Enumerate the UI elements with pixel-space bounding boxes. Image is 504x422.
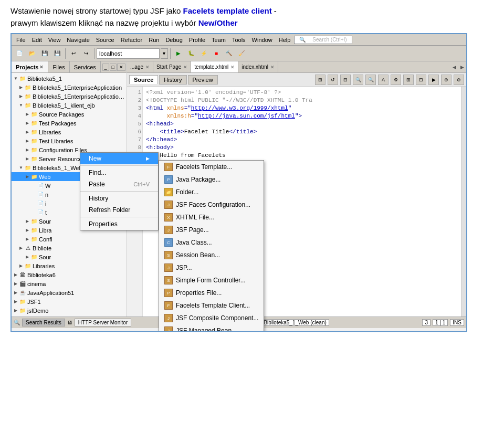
submenu-facelets-template[interactable]: F Facelets Template... [159,161,264,173]
tree-item-sour2[interactable]: ▶ 📁 Sour [12,252,127,261]
tree-item-biblioteka5-1[interactable]: ▼ 📁 Biblioteka5_1 [12,74,127,83]
tree-item-cinema[interactable]: ▶ 🎬 cinema [12,279,127,288]
editor-tab-age[interactable]: ...age ✕ [127,61,153,72]
menu-navigate[interactable]: Navigate [64,36,92,44]
statusbar-http-monitor[interactable]: HTTP Server Monitor [75,319,131,326]
panel-close-btn[interactable]: ✕ [117,64,125,71]
tree-item-biblioteka6[interactable]: ▶ 🏛 Biblioteka6 [12,270,127,279]
editor-tab-index[interactable]: index.xhtml ✕ [238,61,278,72]
submenu-jsf-faces-config[interactable]: J JSF Faces Configuration... [159,198,264,211]
toolbar-save-all-btn[interactable]: 💾 [51,48,63,59]
context-menu-history[interactable]: History [80,193,158,204]
menu-team[interactable]: Team [209,36,228,44]
submenu-simple-form-controller[interactable]: S Simple Form Controller... [159,274,264,287]
tree-item-test-pkgs[interactable]: ▶ 📁 Test Packages [12,119,127,128]
toolbar-address-arrow[interactable]: ▼ [161,48,168,59]
tree-item-bibliote[interactable]: ▶ ⚠ Bibliote [12,244,127,252]
submenu-session-bean[interactable]: S Session Bean... [159,249,264,261]
toolbar-clean-btn[interactable]: 🧹 [236,48,247,59]
editor-icon-btn6[interactable]: A [378,75,388,85]
submenu-jsf-composite[interactable]: J JSF Composite Component... [159,312,264,324]
tree-item-source-pkgs[interactable]: ▶ 📁 Source Packages [12,110,127,119]
toolbar-open-btn[interactable]: 📂 [26,48,38,59]
tree-item-libs2[interactable]: ▶ 📁 Libraries [12,261,127,270]
toolbar-undo-btn[interactable]: ↩ [68,48,79,59]
panel-minimize-btn[interactable]: _ [102,64,109,71]
editor-scrollbar[interactable] [461,87,466,316]
tree-item-jsfdemo1[interactable]: ▶ 📁 jsfDemo [12,306,127,315]
editor-icon-btn5[interactable]: 🔍 [365,75,376,85]
context-menu-paste[interactable]: Paste Ctrl+V [80,178,158,190]
editor-icon-btn1[interactable]: ⊞ [315,75,326,85]
toolbar-build-btn[interactable]: 🔨 [223,48,235,59]
toolbar-redo-btn[interactable]: ↪ [80,48,92,59]
submenu-jsf-managed-bean[interactable]: J JSF Managed Bean... [159,324,264,332]
menu-refactor[interactable]: Refactor [118,36,145,44]
submenu-properties-file[interactable]: P Properties File... [159,287,264,299]
menu-tools[interactable]: Tools [229,36,248,44]
submenu-xhtml-file[interactable]: X XHTML File... [159,211,264,224]
panel-tab-projects[interactable]: Projects ✕ [12,61,48,72]
editor-icon-btn2[interactable]: ↺ [328,75,338,85]
close-icon[interactable]: ✕ [183,65,187,70]
submenu-jsp[interactable]: J JSP... [159,261,264,274]
toolbar-address[interactable]: localhost [97,48,160,59]
search-box[interactable]: 🔍 Search (Ctrl+I) [294,36,352,44]
menu-debug[interactable]: Debug [163,36,185,44]
context-menu-refresh[interactable]: Refresh Folder [80,204,158,216]
submenu-java-package[interactable]: P Java Package... [159,173,264,186]
tree-item-klient-ejb[interactable]: ▼ 📁 Biblioteka5_1_klient_ejb [12,101,127,110]
toolbar-new-btn[interactable]: 📄 [14,48,25,59]
editor-tab-startpage[interactable]: Start Page ✕ [153,61,191,72]
tree-item-confi[interactable]: ▶ 📁 Confi [12,235,127,244]
editor-icon-btn3[interactable]: ⊟ [340,75,351,85]
close-icon[interactable]: ✕ [145,65,150,70]
submenu-folder[interactable]: 📁 Folder... [159,186,264,198]
tree-item-jsfdemo2[interactable]: ▶ 📁 jsfDemo [12,315,127,316]
toolbar-run-btn[interactable]: ▶ [173,48,184,59]
panel-maximize-btn[interactable]: □ [110,64,117,71]
statusbar-search-results[interactable]: Search Results [22,319,65,326]
menu-run[interactable]: Run [146,36,162,44]
submenu-jsf-page[interactable]: J JSF Page... [159,224,264,236]
toolbar-stop-btn[interactable]: ■ [211,48,222,59]
close-icon[interactable]: ✕ [270,65,275,70]
editor-icon-btn10[interactable]: ▶ [428,75,439,85]
menu-file[interactable]: File [14,36,28,44]
context-menu-properties[interactable]: Properties [80,218,158,230]
menu-help[interactable]: Help [276,36,293,44]
menu-window[interactable]: Window [249,36,275,44]
menu-source[interactable]: Source [93,36,117,44]
tree-item-enterprise-app[interactable]: ▶ 📁 Biblioteka5_1EnterpriseApplication [12,83,127,92]
editor-icon-btn12[interactable]: ⊘ [454,75,464,85]
tree-item-libraries[interactable]: ▶ 📁 Libraries [12,128,127,136]
editor-icon-btn7[interactable]: ⚙ [391,75,401,85]
menu-view[interactable]: View [46,36,64,44]
editor-tab-template[interactable]: template.xhtml ✕ [191,61,238,72]
editor-icon-btn11[interactable]: ⊕ [441,75,452,85]
tree-item-test-libraries[interactable]: ▶ 📁 Test Libraries [12,136,127,145]
submenu-facelets-template-client[interactable]: F Facelets Template Client... [159,299,264,312]
source-tab-history[interactable]: History [159,75,186,85]
menu-profile[interactable]: Profile [186,36,208,44]
toolbar-profile-btn[interactable]: ⚡ [198,48,209,59]
context-menu-find[interactable]: Find... [80,167,158,178]
toolbar-save-btn[interactable]: 💾 [39,48,50,59]
source-tab-preview[interactable]: Preview [188,75,218,85]
tree-item-jsf1[interactable]: ▶ 📁 JSF1 [12,297,127,306]
panel-tab-services[interactable]: Services [70,61,101,72]
tab-right-arrow[interactable]: ▶ [458,64,466,71]
tree-item-enterprise-ejb[interactable]: ▶ 📁 Biblioteka5_1EnterpriseApplication-e… [12,92,127,101]
context-menu-new[interactable]: New ▶ [80,153,158,164]
editor-icon-btn9[interactable]: ⊡ [416,75,426,85]
menu-edit[interactable]: Edit [29,36,45,44]
panel-tab-files[interactable]: Files [48,61,69,72]
toolbar-debug-btn[interactable]: 🐛 [185,48,197,59]
editor-icon-btn8[interactable]: ⊞ [403,75,414,85]
source-tab-source[interactable]: Source [129,75,158,84]
editor-icon-btn4[interactable]: 🔍 [353,75,363,85]
submenu-java-class[interactable]: C Java Class... [159,236,264,249]
tab-left-arrow[interactable]: ◀ [450,64,458,71]
close-icon[interactable]: ✕ [230,65,235,70]
tree-item-javaapp51[interactable]: ▶ ☕ JavaApplication51 [12,288,127,297]
